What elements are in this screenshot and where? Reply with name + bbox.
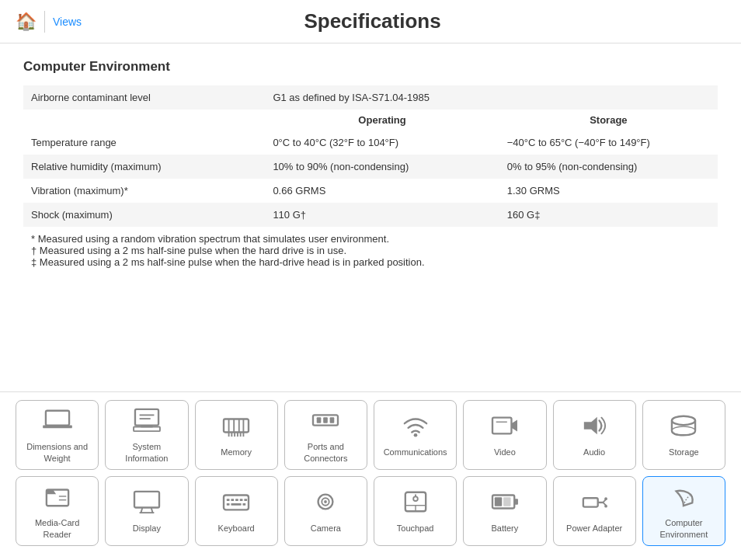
nav-item-system-information[interactable]: SystemInformation [105,400,188,470]
airborne-row: Airborne contaminant level G1 as defined… [23,85,718,110]
header-divider [44,11,45,33]
operating-header: Operating [265,110,499,130]
nav-label-keyboard: Keyboard [218,523,255,534]
nav-item-ports-connectors[interactable]: Ports andConnectors [284,400,367,470]
table-row: Relative humidity (maximum) 10% to 90% (… [23,155,718,179]
nav-item-touchpad[interactable]: Touchpad [374,476,457,546]
nav-item-computer-environment[interactable]: ComputerEnvironment [642,476,725,546]
nav-label-ports: Ports andConnectors [304,441,347,464]
nav-item-power-adapter[interactable]: Power Adapter [553,476,636,546]
svg-rect-44 [243,503,246,506]
storage-header: Storage [499,110,718,130]
nav-item-display[interactable]: Display [105,476,188,546]
nav-label-audio: Audio [583,447,605,457]
empty-header [23,110,265,130]
spec-table: Airborne contaminant level G1 as defined… [23,85,718,274]
row-operating: 10% to 90% (non-condensing) [265,155,499,179]
row-label: Vibration (maximum)* [23,179,265,203]
nav-row-1: Dimensions andWeight SystemInformation M… [16,400,725,470]
svg-rect-37 [227,499,230,502]
svg-rect-57 [583,499,598,507]
nav-label-touchpad: Touchpad [397,523,434,534]
table-row: Shock (maximum) 110 G† 160 G‡ [23,203,718,227]
nav-item-dimensions-weight[interactable]: Dimensions andWeight [16,400,99,470]
svg-rect-36 [224,496,249,510]
row-operating: 0°C to 40°C (32°F to 104°F) [265,130,499,155]
nav-label-dimensions: Dimensions andWeight [26,441,88,464]
note-2: † Measured using a 2 ms half-sine pulse … [31,245,710,256]
svg-rect-2 [135,409,158,426]
card-icon [43,484,72,513]
nav-item-keyboard[interactable]: Keyboard [195,476,278,546]
svg-rect-21 [330,417,335,423]
ports-icon [311,408,340,437]
nav-row-2: Media-CardReader Display Keyboard Camera [16,476,725,546]
nav-label-display: Display [133,523,161,534]
svg-point-47 [324,500,327,503]
nav-item-audio[interactable]: Audio [553,400,636,470]
memory-icon [221,413,251,442]
row-storage: 1.30 GRMS [499,179,718,203]
svg-rect-54 [514,499,518,506]
nav-label-memory: Memory [221,447,252,457]
svg-rect-20 [324,417,329,423]
nav-item-memory[interactable]: Memory [195,400,278,470]
svg-point-51 [413,497,418,502]
row-label: Shock (maximum) [23,203,265,227]
notes-row: * Measured using a random vibration spec… [23,227,718,274]
nav-label-media-card: Media-CardReader [35,517,79,540]
row-storage: 160 G‡ [499,203,718,227]
nav-label-power-adapter: Power Adapter [566,523,622,534]
home-icon[interactable]: 🏠 [16,12,37,32]
table-row: Vibration (maximum)* 0.66 GRMS 1.30 GRMS [23,179,718,203]
svg-rect-41 [244,499,247,502]
svg-rect-1 [43,426,72,429]
laptop-icon [43,408,72,437]
camera-icon [311,489,340,518]
svg-rect-42 [227,503,230,506]
main-content: Computer Environment Airborne contaminan… [0,43,741,290]
svg-rect-0 [46,411,69,426]
svg-rect-56 [503,498,510,506]
nav-item-communications[interactable]: Communications [374,400,457,470]
airborne-label: Airborne contaminant level [23,85,265,110]
svg-point-22 [413,433,417,437]
row-storage: −40°C to 65°C (−40°F to 149°F) [499,130,718,155]
nav-item-storage[interactable]: Storage [642,400,725,470]
row-operating: 0.66 GRMS [265,179,499,203]
nav-label-storage: Storage [669,447,699,457]
nav-item-video[interactable]: Video [463,400,546,470]
system-info-icon [132,408,162,437]
storage-icon [669,413,698,442]
svg-rect-19 [317,417,322,423]
nav-item-media-card-reader[interactable]: Media-CardReader [16,476,99,546]
svg-point-27 [672,416,695,425]
svg-rect-23 [492,418,511,434]
bottom-navigation: Dimensions andWeight SystemInformation M… [0,391,741,560]
nav-label-system-info: SystemInformation [125,441,168,464]
battery-icon [490,489,520,518]
touchpad-icon [401,489,430,518]
nav-label-battery: Battery [491,523,518,534]
table-row: Temperature range 0°C to 40°C (32°F to 1… [23,130,718,155]
leaf-icon [669,484,698,513]
views-link[interactable]: Views [53,16,82,28]
svg-rect-6 [141,426,152,428]
nav-item-camera[interactable]: Camera [284,476,367,546]
video-icon [490,413,520,442]
nav-item-battery[interactable]: Battery [463,476,546,546]
svg-rect-38 [231,499,235,502]
note-1: * Measured using a random vibration spec… [31,233,710,245]
header: 🏠 Views Specifications [0,0,741,43]
page-title: Specifications [82,9,663,33]
audio-icon [579,413,609,442]
nav-label-video: Video [494,447,516,457]
section-title: Computer Environment [23,59,718,75]
row-storage: 0% to 95% (non-condensing) [499,155,718,179]
column-header-row: Operating Storage [23,110,718,130]
svg-rect-55 [495,498,502,506]
nav-label-camera: Camera [311,523,341,534]
svg-point-62 [604,505,607,508]
row-operating: 110 G† [265,203,499,227]
notes-cell: * Measured using a random vibration spec… [23,227,718,274]
